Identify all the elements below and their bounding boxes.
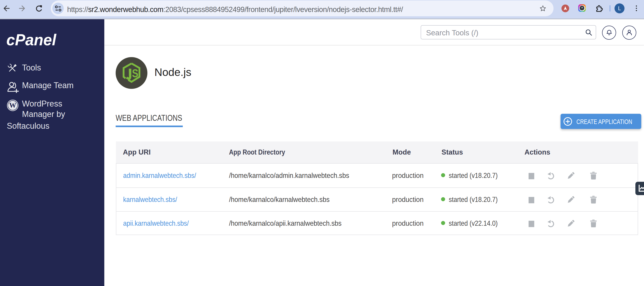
svg-text:cPanel: cPanel [6, 32, 56, 48]
svg-text:W: W [9, 101, 16, 109]
svg-text:S: S [132, 67, 138, 80]
